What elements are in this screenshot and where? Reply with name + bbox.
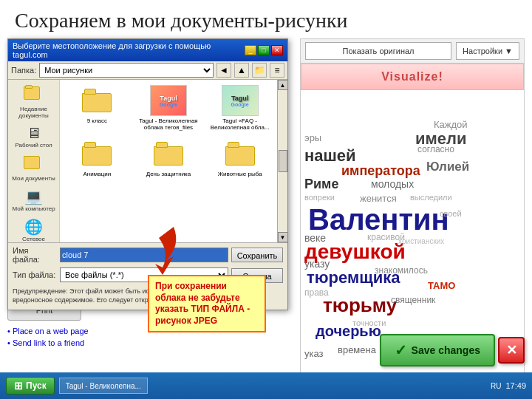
show-original-button[interactable]: Показать оригинал (305, 42, 451, 60)
file-item-day[interactable]: День защитника (134, 136, 203, 180)
word-rime[interactable]: Риме (304, 177, 338, 191)
word-svyashenik[interactable]: священник (391, 296, 435, 304)
word-molodikh[interactable]: молодых (371, 179, 414, 189)
sidebar-my-docs-label: Мои документы (12, 175, 55, 182)
dialog-titlebar: Выберите местоположение для загрузки с п… (8, 39, 287, 61)
dialog-toolbar: Папка: Мои рисунки ◄ ▲ 📁 ≡ (8, 61, 287, 80)
file-label-9klass: 9 класс (87, 117, 107, 124)
word-ukaz[interactable]: указ (304, 349, 324, 358)
word-zhenitsya[interactable]: женится (360, 194, 397, 203)
taskbar-item-label: Tagul - Великолепна... (66, 382, 141, 390)
word-yuliey[interactable]: Юлией (426, 160, 469, 173)
file-label-tagul1: Tagul - Великолепная облака тегов_files (137, 117, 201, 131)
scroll-down-arrow[interactable]: ▼ (278, 232, 288, 242)
slide-container: Сохраняем в мои документы-рисунки Выбери… (0, 0, 532, 399)
folder-label: Папка: (11, 66, 36, 75)
cancel-x-icon: ✕ (506, 342, 517, 358)
start-button[interactable]: ⊞ Пуск (6, 377, 55, 395)
word-tamo[interactable]: ТАМО (428, 281, 455, 290)
file-label-animals: Животные рыба (218, 171, 262, 177)
dialog-close-buttons: _ □ ✕ (245, 45, 283, 55)
scroll-up-arrow[interactable]: ▲ (278, 80, 288, 90)
file-item-anim[interactable]: Анимации (63, 136, 132, 180)
windows-icon: ⊞ (14, 380, 23, 392)
sidebar-desktop[interactable]: 🖥 Рабочий стол (10, 123, 58, 151)
sidebar-desktop-label: Рабочий стол (15, 142, 52, 149)
word-kazhdoy[interactable]: Каждой (434, 120, 468, 129)
annotation-arrow-container (129, 223, 188, 285)
taskbar: ⊞ Пуск Tagul - Великолепна... RU 17:49 (0, 372, 532, 399)
word-vremena[interactable]: времена (338, 345, 376, 355)
word-soglasno[interactable]: согласно (417, 145, 454, 154)
new-folder-icon[interactable]: 📁 (252, 63, 267, 78)
taskbar-right: RU 17:49 (491, 381, 526, 390)
file-label-tagul2: Tagul «FAQ - Великолепная обла... (208, 117, 272, 131)
word-tyurmu[interactable]: тюрьму (323, 296, 397, 315)
settings-button[interactable]: Настройки ▼ (456, 42, 519, 60)
taskbar-item-tagul[interactable]: Tagul - Великолепна... (59, 378, 148, 394)
view-icon[interactable]: ≡ (270, 63, 284, 78)
dialog-scrollbar[interactable]: ▲ ▼ (277, 80, 287, 242)
taskbar-clock: 17:49 (505, 381, 526, 390)
file-label-day: День защитника (146, 171, 191, 177)
word-veke[interactable]: веке (304, 233, 326, 243)
save-changes-label: Save changes (412, 344, 480, 356)
dialog-files-grid: 9 класс Tagul Google Tagul - Великолепна… (60, 80, 277, 242)
save-checkmark-icon: ✓ (395, 341, 407, 359)
start-label: Пуск (26, 381, 47, 391)
sidebar-recent-label: Недавние документы (11, 106, 56, 119)
scroll-thumb[interactable] (279, 150, 287, 172)
word-ukazu[interactable]: указу (304, 259, 330, 269)
up-icon[interactable]: ▲ (234, 63, 249, 78)
annotation-text: При сохранении облака не забудьте указат… (155, 281, 250, 326)
annotation-arrow-svg (129, 223, 188, 282)
word-tochnosti[interactable]: точности (352, 319, 386, 327)
folder-select[interactable]: Мои рисунки (39, 63, 214, 78)
word-valentin[interactable]: Валентин (308, 205, 449, 234)
save-button[interactable]: Сохранить (231, 248, 283, 262)
web-link-send[interactable]: Send link to a friend (7, 338, 288, 347)
dialog-body: Недавние документы 🖥 Рабочий стол Мои до… (8, 80, 287, 242)
word-visledili[interactable]: выследили (410, 194, 452, 202)
save-changes-button[interactable]: ✓ Save changes (380, 334, 495, 366)
file-thumb-day (150, 138, 187, 169)
word-imperatora[interactable]: императора (341, 164, 420, 177)
filetype-label: Тип файла: (13, 270, 57, 279)
file-item-9klass[interactable]: 9 класс (63, 83, 132, 133)
file-thumb-tagul1: Tagul Google (150, 85, 187, 116)
file-item-animals[interactable]: Животные рыба (205, 136, 274, 180)
file-item-tagul2[interactable]: Tagul Google Tagul «FAQ - Великолепная о… (205, 83, 274, 133)
taskbar-lang-indicator: RU (491, 382, 501, 390)
slide-title: Сохраняем в мои документы-рисунки (0, 0, 532, 38)
word-svoey[interactable]: своей (440, 210, 462, 218)
file-item-tagul1[interactable]: Tagul Google Tagul - Великолепная облака… (134, 83, 203, 133)
word-eri[interactable]: эры (304, 133, 321, 143)
back-icon[interactable]: ◄ (216, 63, 231, 78)
word-znakomilos[interactable]: знакомилось (375, 266, 428, 275)
maximize-button[interactable]: □ (258, 45, 270, 55)
sidebar-recent-docs[interactable]: Недавние документы (10, 83, 58, 121)
filename-label: Имя файла: (13, 246, 57, 264)
word-christian[interactable]: христианских (398, 238, 444, 245)
dialog-sidebar: Недавние документы 🖥 Рабочий стол Мои до… (8, 80, 60, 242)
word-nashey[interactable]: нашей (304, 148, 356, 164)
sidebar-computer[interactable]: 💻 Мой компьютер (10, 185, 58, 214)
word-vperex[interactable]: вопреки (304, 194, 335, 202)
minimize-button[interactable]: _ (245, 45, 256, 55)
close-button[interactable]: ✕ (271, 45, 283, 55)
left-panel: Выберите местоположение для загрузки с п… (7, 38, 296, 386)
visualize-button[interactable]: Visualize! (301, 64, 524, 90)
file-thumb-animals (222, 138, 259, 169)
file-thumb-9klass (78, 85, 115, 116)
sidebar-my-docs[interactable]: Мои документы (10, 152, 58, 184)
file-thumb-anim (78, 138, 115, 169)
word-prava[interactable]: права (304, 288, 329, 297)
sidebar-computer-label: Мой компьютер (12, 205, 55, 212)
file-label-anim: Анимации (83, 171, 111, 177)
save-changes-area: ✓ Save changes ✕ (380, 334, 525, 366)
sidebar-network[interactable]: 🌐 Сетевое (10, 216, 58, 245)
sidebar-network-label: Сетевое (22, 236, 45, 242)
file-thumb-tagul2: Tagul Google (222, 85, 259, 116)
dialog-title-text: Выберите местоположение для загрузки с п… (13, 41, 245, 59)
cancel-x-button[interactable]: ✕ (498, 337, 525, 364)
